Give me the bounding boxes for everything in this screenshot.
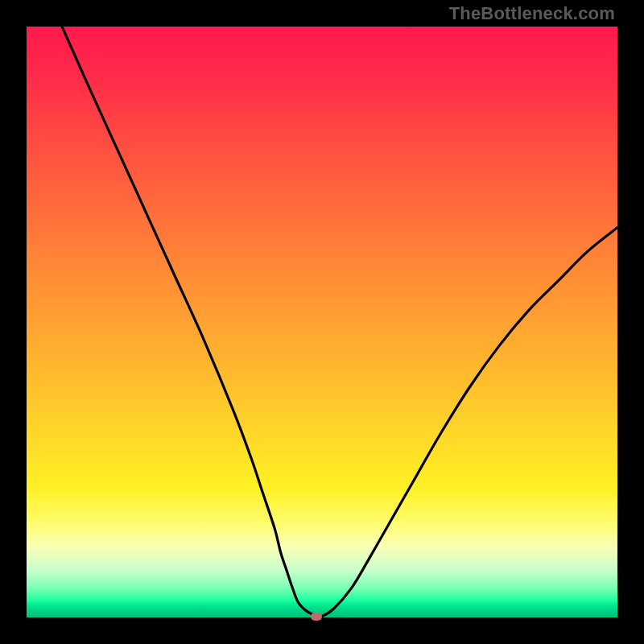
frame-background: TheBottleneck.com	[0, 0, 644, 644]
optimal-point-marker	[311, 613, 322, 621]
curve-svg	[27, 27, 617, 617]
watermark-text: TheBottleneck.com	[449, 3, 615, 24]
plot-area	[27, 27, 617, 617]
bottleneck-curve	[62, 27, 617, 617]
